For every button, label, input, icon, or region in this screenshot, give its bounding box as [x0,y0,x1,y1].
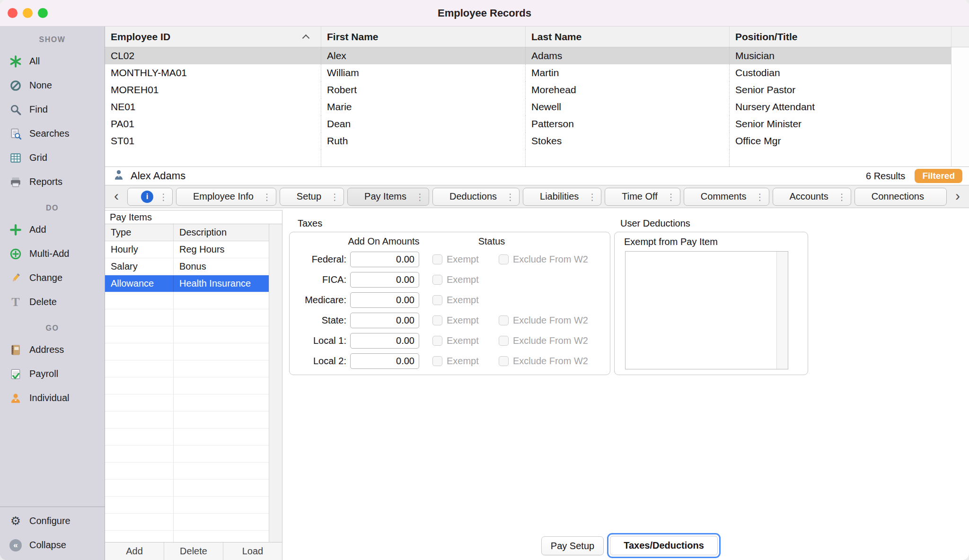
exclude-w2-checkbox[interactable] [499,356,509,366]
grid-icon [9,151,23,165]
table-row[interactable]: MONTHLY-MA01 William Martin Custodian [105,64,951,81]
tab-menu-icon[interactable]: ⋮ [588,192,597,202]
taxes-deductions-button[interactable]: Taxes/Deductions [607,533,721,558]
exempt-checkbox[interactable] [432,275,442,285]
minimize-button[interactable] [23,8,33,18]
sidebar-footer: ⚙ Configure « Collapse [0,507,105,560]
add-on-amounts-header: Add On Amounts [327,236,440,247]
exclude-w2-checkbox[interactable] [499,336,509,346]
cell-first-name: William [321,64,525,81]
tab-menu-icon[interactable]: ⋮ [159,192,168,202]
sidebar-item-all[interactable]: All [0,49,105,73]
tab-label: Time Off [622,191,658,202]
column-header-employee-id[interactable]: Employee ID [105,26,321,47]
exempt-pay-item-list[interactable] [625,251,788,369]
sidebar-item-searches[interactable]: Searches [0,122,105,146]
exempt-checkbox[interactable] [432,356,442,366]
tab-deductions[interactable]: Deductions⋮ [432,188,520,206]
cell-description: Bonus [173,258,269,275]
tax-row-label: Local 2: [293,356,346,367]
pay-item-row[interactable]: Allowance Health Insurance [105,275,269,292]
taxes-group: Add On Amounts Status Federal: Exempt Ex… [289,232,610,375]
pay-item-empty-row [105,514,269,531]
sidebar-item-label: Reports [29,176,62,187]
sidebar-item-find[interactable]: Find [0,97,105,122]
delete-button[interactable]: Delete [164,542,223,560]
tab-employee-info[interactable]: Employee Info⋮ [176,188,276,206]
sidebar-item-add[interactable]: Add [0,218,105,242]
tab-menu-icon[interactable]: ⋮ [756,192,765,202]
column-header-position-title[interactable]: Position/Title [729,26,951,47]
sidebar-item-label: None [29,80,52,91]
sidebar-item-address[interactable]: Address [0,338,105,362]
fica-amount-input[interactable] [350,272,419,288]
sidebar-item-multi-add[interactable]: Multi-Add [0,242,105,266]
sidebar-item-grid[interactable]: Grid [0,146,105,170]
tab-info[interactable]: i ⋮ [127,188,173,206]
tab-pay-items[interactable]: Pay Items⋮ [347,188,429,206]
table-row[interactable]: NE01 Marie Newell Nursery Attendant [105,98,951,115]
list-scrollbar[interactable] [776,252,788,369]
pay-items-header: Type Description [105,224,269,241]
pay-item-row[interactable]: Hourly Reg Hours [105,241,269,258]
configure-button[interactable]: ⚙ Configure [0,509,105,533]
pay-item-empty-row [105,309,269,326]
local2-amount-input[interactable] [350,353,419,369]
table-row[interactable]: MOREH01 Robert Morehead Senior Pastor [105,81,951,98]
sidebar-item-individual[interactable]: Individual [0,386,105,410]
exempt-checkbox[interactable] [432,295,442,305]
column-header-first-name[interactable]: First Name [321,26,525,47]
exempt-checkbox[interactable] [432,336,442,346]
table-row[interactable]: ST01 Ruth Stokes Office Mgr [105,132,951,149]
sidebar-item-reports[interactable]: Reports [0,170,105,194]
exempt-label: Exempt [447,274,488,285]
sidebar-item-change[interactable]: Change [0,266,105,290]
tab-scroll-right-icon[interactable]: › [950,189,965,205]
pay-setup-button[interactable]: Pay Setup [541,536,604,555]
pay-item-row[interactable]: Salary Bonus [105,258,269,275]
sidebar-item-payroll[interactable]: Payroll [0,362,105,386]
double-chevron-left-icon: « [9,538,23,552]
column-header-type[interactable]: Type [105,224,173,241]
exclude-w2-checkbox[interactable] [499,315,509,325]
local1-amount-input[interactable] [350,333,419,349]
sidebar-item-none[interactable]: None [0,73,105,97]
column-header-last-name[interactable]: Last Name [525,26,729,47]
tab-menu-icon[interactable]: ⋮ [506,192,515,202]
zoom-button[interactable] [38,8,48,18]
exempt-checkbox[interactable] [432,254,442,264]
tab-menu-icon[interactable]: ⋮ [415,192,424,202]
table-scrollbar[interactable] [951,47,969,166]
load-button[interactable]: Load [223,542,282,560]
pay-item-empty-row [105,326,269,343]
pay-items-list: Hourly Reg Hours Salary Bonus Allowance … [105,241,269,542]
tab-menu-icon[interactable]: ⋮ [837,192,846,202]
close-button[interactable] [8,8,18,18]
tab-liabilities[interactable]: Liabilities⋮ [523,188,601,206]
federal-amount-input[interactable] [350,252,419,267]
tab-menu-icon[interactable]: ⋮ [667,192,676,202]
table-row[interactable]: CL02 Alex Adams Musician [105,47,951,64]
pay-items-scrollbar[interactable] [269,224,282,542]
table-row[interactable]: PA01 Dean Patterson Senior Minister [105,115,951,132]
exclude-w2-checkbox[interactable] [499,254,509,264]
tax-row-local-2: Local 2: Exempt Exclude From W2 [293,353,588,369]
tab-time-off[interactable]: Time Off⋮ [605,188,680,206]
medicare-amount-input[interactable] [350,292,419,308]
tab-comments[interactable]: Comments⋮ [684,188,769,206]
taxes-group-title: Taxes [298,218,322,229]
add-button[interactable]: Add [105,542,164,560]
tab-scroll-left-icon[interactable]: ‹ [109,189,124,205]
tab-accounts[interactable]: Accounts⋮ [773,188,851,206]
exempt-checkbox[interactable] [432,315,442,325]
tab-connections[interactable]: Connections [854,188,947,206]
sidebar-item-delete[interactable]: T Delete [0,290,105,314]
tab-menu-icon[interactable]: ⋮ [263,192,272,202]
sidebar-section-go: GO [0,319,105,338]
tab-menu-icon[interactable]: ⋮ [330,192,339,202]
column-header-description[interactable]: Description [173,224,269,241]
collapse-button[interactable]: « Collapse [0,533,105,557]
filtered-badge[interactable]: Filtered [915,169,962,183]
tab-setup[interactable]: Setup⋮ [280,188,344,206]
state-amount-input[interactable] [350,313,419,328]
